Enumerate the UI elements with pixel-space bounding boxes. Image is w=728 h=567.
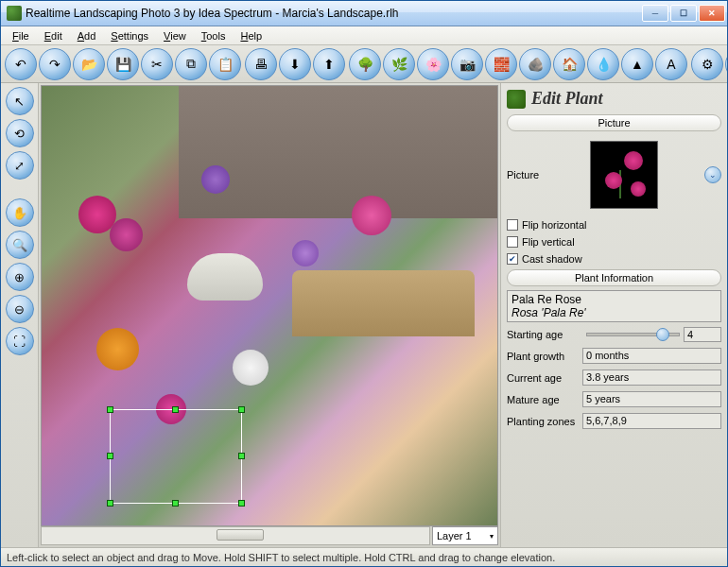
plant-growth-field[interactable]: 0 months xyxy=(582,348,721,364)
text-button[interactable]: A xyxy=(655,48,687,80)
scrollbar-thumb[interactable] xyxy=(217,529,264,541)
cast-shadow-checkbox[interactable]: ✔ xyxy=(507,253,518,265)
menu-help[interactable]: Help xyxy=(233,28,269,43)
flower-button[interactable]: 🌸 xyxy=(417,48,449,80)
current-age-field[interactable]: 3.8 years xyxy=(582,369,721,386)
open-button[interactable]: 📂 xyxy=(73,48,105,80)
plant-info-section-header: Plant Information xyxy=(507,269,721,286)
selection-handle[interactable] xyxy=(238,453,245,459)
main-toolbar: ↶ ↷ 📂 💾 ✂ ⧉ 📋 🖶 ⬇ ⬆ 🌳 🌿 🌸 📷 🧱 🪨 🏠 💧 ▲ A … xyxy=(1,45,727,83)
canvas-flower xyxy=(96,328,139,370)
scale-tool[interactable]: ⤢ xyxy=(6,151,34,180)
shape-button[interactable]: ▲ xyxy=(621,48,653,80)
menu-tools[interactable]: Tools xyxy=(194,28,234,43)
canvas-flower xyxy=(201,165,230,194)
selection-handle[interactable] xyxy=(172,406,179,413)
plant-icon xyxy=(507,90,526,109)
menu-settings[interactable]: Settings xyxy=(103,28,156,43)
properties-panel: Edit Plant Picture Picture ⌄ Flip horizo… xyxy=(500,83,727,547)
zoom-out-tool[interactable]: ⊖ xyxy=(6,295,34,323)
fit-tool[interactable]: ⛶ xyxy=(6,327,34,355)
plant-growth-label: Plant growth xyxy=(507,351,582,362)
current-age-label: Current age xyxy=(507,372,582,384)
app-window: Realtime Landscaping Photo 3 by Idea Spe… xyxy=(0,0,728,567)
layer-up-button[interactable]: ⬆ xyxy=(313,48,345,80)
flip-horizontal-label: Flip horizontal xyxy=(522,219,586,231)
picture-section-header: Picture xyxy=(507,114,721,131)
statusbar: Left-click to select an object and drag … xyxy=(1,547,727,566)
selection-box[interactable] xyxy=(110,409,242,504)
flip-horizontal-checkbox[interactable] xyxy=(507,219,518,231)
paste-button[interactable]: 📋 xyxy=(209,48,241,80)
canvas-area: Layer 1 xyxy=(39,83,500,547)
rotate-tool[interactable]: ⟲ xyxy=(6,119,34,147)
status-text: Left-click to select an object and drag … xyxy=(7,552,555,563)
pan-tool[interactable]: ✋ xyxy=(6,198,34,227)
selection-handle[interactable] xyxy=(172,500,179,507)
minimize-button[interactable]: ─ xyxy=(642,5,668,22)
print-button[interactable]: 🖶 xyxy=(245,48,277,80)
selection-handle[interactable] xyxy=(107,500,113,507)
content-area: ↖ ⟲ ⤢ ✋ 🔍 ⊕ ⊖ ⛶ xyxy=(1,83,727,547)
menu-add[interactable]: Add xyxy=(70,28,104,43)
left-toolbar: ↖ ⟲ ⤢ ✋ 🔍 ⊕ ⊖ ⛶ xyxy=(1,83,39,547)
tree-button[interactable]: 🌳 xyxy=(349,48,381,80)
select-tool[interactable]: ↖ xyxy=(6,87,34,115)
copy-button[interactable]: ⧉ xyxy=(175,48,207,80)
slider-thumb[interactable] xyxy=(656,328,669,341)
selection-handle[interactable] xyxy=(107,406,113,413)
picture-label: Picture xyxy=(507,169,554,180)
rock-button[interactable]: 🪨 xyxy=(519,48,551,80)
planting-zones-label: Planting zones xyxy=(507,416,582,427)
panel-header: Edit Plant xyxy=(507,87,721,111)
picture-dropdown-button[interactable]: ⌄ xyxy=(704,166,721,183)
canvas[interactable] xyxy=(41,85,498,526)
plant-scientific-name: Rosa 'Pala Re' xyxy=(511,306,717,319)
picture-thumbnail[interactable] xyxy=(590,141,658,209)
menu-file[interactable]: File xyxy=(5,28,37,43)
zoom-in-tool[interactable]: ⊕ xyxy=(6,263,34,291)
plant-button[interactable]: 🌿 xyxy=(383,48,415,80)
save-button[interactable]: 💾 xyxy=(107,48,139,80)
panel-title: Edit Plant xyxy=(531,89,603,109)
cast-shadow-label: Cast shadow xyxy=(522,253,582,265)
flip-vertical-checkbox[interactable] xyxy=(507,236,518,248)
selection-handle[interactable] xyxy=(107,453,113,459)
window-title: Realtime Landscaping Photo 3 by Idea Spe… xyxy=(26,7,642,20)
house-button[interactable]: 🏠 xyxy=(553,48,585,80)
plant-name-box: Pala Re Rose Rosa 'Pala Re' xyxy=(507,290,721,322)
photo-button[interactable]: 📷 xyxy=(451,48,483,80)
canvas-flower xyxy=(352,196,391,235)
starting-age-value[interactable]: 4 xyxy=(684,327,721,342)
selection-handle[interactable] xyxy=(238,500,245,507)
redo-button[interactable]: ↷ xyxy=(39,48,71,80)
help-button[interactable]: ? xyxy=(725,48,727,80)
starting-age-slider[interactable] xyxy=(586,333,680,336)
mature-age-field[interactable]: 5 years xyxy=(582,391,721,407)
app-icon xyxy=(7,6,22,21)
menu-view[interactable]: View xyxy=(156,28,194,43)
planting-zones-field[interactable]: 5,6,7,8,9 xyxy=(582,413,721,429)
layer-selector[interactable]: Layer 1 xyxy=(432,526,498,545)
cut-button[interactable]: ✂ xyxy=(141,48,173,80)
zoom-tool[interactable]: 🔍 xyxy=(6,231,34,259)
canvas-flower xyxy=(233,350,269,386)
selection-handle[interactable] xyxy=(238,406,245,413)
water-button[interactable]: 💧 xyxy=(587,48,619,80)
canvas-bridge xyxy=(292,270,475,336)
flip-vertical-label: Flip vertical xyxy=(522,236,575,248)
menu-edit[interactable]: Edit xyxy=(37,28,70,43)
close-button[interactable]: ✕ xyxy=(699,5,725,22)
layer-down-button[interactable]: ⬇ xyxy=(279,48,311,80)
canvas-flower xyxy=(292,240,319,266)
maximize-button[interactable]: ☐ xyxy=(670,5,697,22)
starting-age-label: Starting age xyxy=(507,329,582,340)
canvas-pot xyxy=(187,253,263,301)
settings-button[interactable]: ⚙ xyxy=(691,48,723,80)
horizontal-scrollbar[interactable] xyxy=(41,526,430,545)
fence-button[interactable]: 🧱 xyxy=(485,48,517,80)
plant-common-name: Pala Re Rose xyxy=(511,293,717,306)
menubar: File Edit Add Settings View Tools Help xyxy=(1,26,727,45)
canvas-flower xyxy=(110,218,143,251)
undo-button[interactable]: ↶ xyxy=(5,48,37,80)
